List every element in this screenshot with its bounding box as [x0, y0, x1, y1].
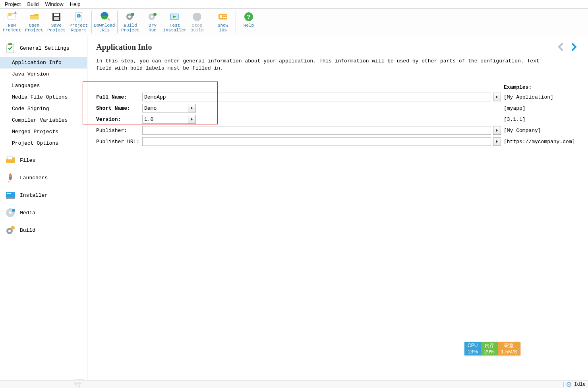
svg-rect-27	[6, 192, 15, 198]
media-icon	[5, 207, 16, 218]
examples-header: Examples:	[504, 84, 579, 90]
save-icon	[51, 11, 62, 22]
input-version[interactable]	[142, 115, 188, 124]
sidebar-general-sublist: Application Info Java Version Languages …	[0, 57, 87, 149]
tb-show-ids[interactable]: Show IDs	[212, 10, 234, 33]
sidebar: General Settings Application Info Java V…	[0, 36, 87, 380]
nav-next-button[interactable]	[569, 42, 579, 52]
tb-stop-build: Stop Build	[186, 10, 208, 33]
toolbar-separator	[236, 11, 236, 33]
download-jres-icon	[99, 11, 110, 22]
tb-open-label: Open Project	[25, 23, 43, 33]
tb-help[interactable]: ? Help	[238, 10, 260, 28]
tb-stop-label: Stop Build	[190, 23, 203, 33]
label-full-name: Full Name:	[96, 94, 140, 100]
form: Examples: Full Name: [My Application] Sh…	[96, 84, 579, 146]
sidebar-section-launchers[interactable]: Launchers	[0, 169, 87, 186]
clipboard-check-icon	[5, 43, 16, 54]
sidebar-item-media-file-options[interactable]: Media File Options	[0, 91, 87, 103]
divider	[96, 77, 579, 77]
sidebar-item-merged-projects[interactable]: Merged Projects	[0, 126, 87, 138]
sidebar-section-label: General Settings	[20, 45, 70, 51]
gear-icon	[566, 382, 572, 387]
dropdown-publisher-url[interactable]	[493, 137, 501, 146]
dropdown-publisher[interactable]	[493, 126, 501, 135]
sidebar-section-files[interactable]: Files	[0, 151, 87, 169]
input-short-name[interactable]	[142, 104, 188, 113]
svg-point-31	[9, 211, 12, 214]
menu-bar: Project Build Window Help	[0, 0, 588, 9]
example-full-name: [My Application]	[504, 94, 579, 100]
svg-point-13	[151, 16, 153, 18]
example-short-name: [myapp]	[504, 105, 579, 111]
open-folder-icon	[29, 11, 40, 22]
tb-dry-label: Dry Run	[149, 23, 157, 33]
menu-window[interactable]: Window	[43, 1, 66, 8]
toolbar-separator	[91, 11, 92, 33]
content-pane: Application Info In this step, you can e…	[87, 36, 588, 380]
tb-project-report[interactable]: i Project Report	[68, 10, 90, 33]
sidebar-section-label: Media	[20, 210, 35, 216]
perf-cpu-header: CPU	[468, 343, 478, 349]
sidebar-section-build[interactable]: Build	[0, 221, 87, 239]
input-publisher[interactable]	[142, 126, 491, 135]
tb-dry-run[interactable]: Dry Run	[141, 10, 164, 33]
help-icon: ?	[243, 11, 254, 22]
svg-rect-25	[8, 156, 12, 159]
menu-help[interactable]: Help	[68, 1, 83, 8]
svg-rect-18	[220, 15, 222, 18]
dropdown-short-name[interactable]	[188, 104, 196, 113]
tb-build-project[interactable]: Build Project	[119, 10, 141, 33]
svg-rect-29	[7, 193, 11, 194]
tb-download-jres[interactable]: Download JREs	[93, 10, 116, 33]
sidebar-section-general[interactable]: General Settings	[0, 39, 87, 57]
status-idle: Idle	[574, 382, 586, 387]
files-icon	[5, 155, 16, 166]
example-publisher-url: [https://mycompany.com]	[504, 139, 579, 145]
new-project-icon	[6, 11, 17, 22]
page-title: Application Info	[96, 43, 552, 52]
show-ids-icon	[217, 11, 228, 22]
sidebar-item-application-info[interactable]: Application Info	[0, 57, 87, 68]
sidebar-section-media[interactable]: Media	[0, 204, 87, 221]
toolbar: New Project Open Project Save Project i …	[0, 9, 588, 36]
nav-prev-button[interactable]	[555, 42, 566, 52]
perf-mem-value: 29%	[484, 349, 495, 355]
watermark: Install4j	[72, 378, 85, 388]
dropdown-version[interactable]	[188, 115, 196, 124]
sidebar-item-languages[interactable]: Languages	[0, 80, 87, 91]
sidebar-item-compiler-variables[interactable]: Compiler Variables	[0, 114, 87, 126]
sidebar-item-project-options[interactable]: Project Options	[0, 138, 87, 149]
sidebar-item-code-signing[interactable]: Code Signing	[0, 103, 87, 114]
sidebar-item-java-version[interactable]: Java Version	[0, 68, 87, 80]
tb-open-project[interactable]: Open Project	[23, 10, 45, 33]
svg-marker-16	[193, 13, 201, 21]
tb-new-project[interactable]: New Project	[1, 10, 23, 33]
tb-save-project[interactable]: Save Project	[45, 10, 68, 33]
sidebar-section-label: Files	[20, 157, 35, 163]
example-publisher: [My Company]	[504, 128, 579, 134]
sidebar-section-label: Installer	[20, 192, 48, 198]
menu-project[interactable]: Project	[2, 1, 23, 8]
tb-test-installer[interactable]: Test Installer	[164, 10, 186, 33]
sidebar-section-installer[interactable]: Installer	[0, 186, 87, 204]
svg-rect-3	[54, 14, 59, 16]
label-short-name: Short Name:	[96, 105, 140, 111]
page-description: In this step, you can enter general info…	[96, 58, 541, 72]
svg-text:i: i	[77, 15, 79, 19]
svg-rect-4	[54, 17, 59, 20]
dropdown-full-name[interactable]	[493, 93, 501, 101]
label-version: Version:	[96, 116, 140, 122]
menu-build[interactable]: Build	[25, 1, 41, 8]
svg-rect-20	[223, 17, 226, 18]
perf-disk-value: 1.5M/S	[501, 349, 517, 355]
svg-rect-24	[8, 43, 12, 45]
stop-icon	[191, 11, 203, 22]
label-publisher: Publisher:	[96, 128, 140, 134]
sidebar-section-label: Build	[20, 227, 35, 233]
dry-run-icon	[147, 11, 158, 22]
input-full-name[interactable]	[142, 93, 491, 101]
perf-widget[interactable]: CPU 13% 内存 29% 硬盘 1.5M/S	[464, 342, 520, 355]
input-publisher-url[interactable]	[142, 137, 491, 146]
svg-text:?: ?	[247, 14, 250, 21]
